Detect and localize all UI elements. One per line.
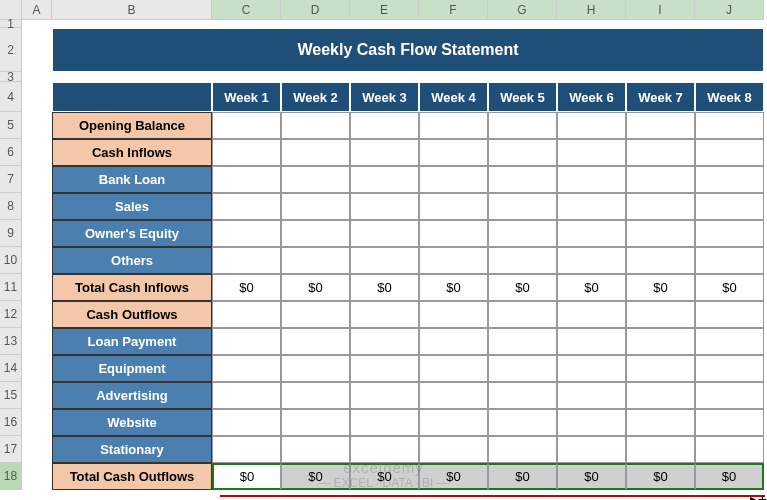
row-header-16[interactable]: 16	[0, 409, 22, 436]
row-header-8[interactable]: 8	[0, 193, 22, 220]
col-header-B[interactable]: B	[52, 0, 212, 20]
total-out-cell[interactable]: $0	[212, 463, 281, 490]
data-cell[interactable]	[626, 436, 695, 463]
total-in-cell[interactable]: $0	[695, 274, 764, 301]
data-cell[interactable]	[281, 409, 350, 436]
data-cell[interactable]	[695, 301, 764, 328]
total-in-cell[interactable]: $0	[419, 274, 488, 301]
data-cell[interactable]	[419, 247, 488, 274]
data-cell[interactable]	[350, 166, 419, 193]
col-header-E[interactable]: E	[350, 0, 419, 20]
row-header-3[interactable]: 3	[0, 72, 22, 82]
data-cell[interactable]	[350, 139, 419, 166]
data-cell[interactable]	[419, 436, 488, 463]
data-cell[interactable]	[281, 112, 350, 139]
data-cell[interactable]	[212, 301, 281, 328]
data-cell[interactable]	[488, 247, 557, 274]
data-cell[interactable]	[557, 301, 626, 328]
data-cell[interactable]	[281, 193, 350, 220]
col-header-D[interactable]: D	[281, 0, 350, 20]
data-cell[interactable]	[695, 247, 764, 274]
data-cell[interactable]	[488, 139, 557, 166]
total-in-cell[interactable]: $0	[557, 274, 626, 301]
data-cell[interactable]	[212, 247, 281, 274]
data-cell[interactable]	[212, 436, 281, 463]
row-header-9[interactable]: 9	[0, 220, 22, 247]
data-cell[interactable]	[557, 355, 626, 382]
data-cell[interactable]	[350, 247, 419, 274]
data-cell[interactable]	[212, 328, 281, 355]
row-header-2[interactable]: 2	[0, 28, 22, 72]
data-cell[interactable]	[419, 166, 488, 193]
data-cell[interactable]	[695, 409, 764, 436]
total-in-cell[interactable]: $0	[626, 274, 695, 301]
data-cell[interactable]	[488, 382, 557, 409]
data-cell[interactable]	[695, 382, 764, 409]
total-out-cell[interactable]: $0	[419, 463, 488, 490]
data-cell[interactable]	[557, 112, 626, 139]
data-cell[interactable]	[419, 112, 488, 139]
data-cell[interactable]	[419, 328, 488, 355]
row-header-17[interactable]: 17	[0, 436, 22, 463]
row-header-10[interactable]: 10	[0, 247, 22, 274]
row-header-11[interactable]: 11	[0, 274, 22, 301]
row-header-13[interactable]: 13	[0, 328, 22, 355]
data-cell[interactable]	[281, 166, 350, 193]
data-cell[interactable]	[281, 220, 350, 247]
total-in-cell[interactable]: $0	[212, 274, 281, 301]
row-header-15[interactable]: 15	[0, 382, 22, 409]
data-cell[interactable]	[626, 328, 695, 355]
col-header-I[interactable]: I	[626, 0, 695, 20]
data-cell[interactable]	[281, 328, 350, 355]
data-cell[interactable]	[281, 436, 350, 463]
data-cell[interactable]	[350, 193, 419, 220]
data-cell[interactable]	[212, 355, 281, 382]
data-cell[interactable]	[695, 220, 764, 247]
data-cell[interactable]	[695, 193, 764, 220]
col-header-G[interactable]: G	[488, 0, 557, 20]
data-cell[interactable]	[488, 220, 557, 247]
data-cell[interactable]	[557, 166, 626, 193]
total-out-cell[interactable]: $0	[281, 463, 350, 490]
data-cell[interactable]	[626, 220, 695, 247]
data-cell[interactable]	[281, 139, 350, 166]
data-cell[interactable]	[557, 247, 626, 274]
data-cell[interactable]	[350, 355, 419, 382]
fill-handle-cursor-icon[interactable]: ▸+	[750, 490, 767, 500]
data-cell[interactable]	[557, 193, 626, 220]
data-cell[interactable]	[557, 328, 626, 355]
data-cell[interactable]	[350, 436, 419, 463]
data-cell[interactable]	[626, 382, 695, 409]
data-cell[interactable]	[626, 409, 695, 436]
data-cell[interactable]	[419, 220, 488, 247]
data-cell[interactable]	[212, 382, 281, 409]
data-cell[interactable]	[488, 409, 557, 436]
data-cell[interactable]	[281, 247, 350, 274]
data-cell[interactable]	[212, 220, 281, 247]
row-header-6[interactable]: 6	[0, 139, 22, 166]
row-header-7[interactable]: 7	[0, 166, 22, 193]
data-cell[interactable]	[695, 139, 764, 166]
data-cell[interactable]	[626, 193, 695, 220]
data-cell[interactable]	[557, 409, 626, 436]
row-header-12[interactable]: 12	[0, 301, 22, 328]
total-out-cell[interactable]: $0	[350, 463, 419, 490]
data-cell[interactable]	[350, 409, 419, 436]
data-cell[interactable]	[419, 301, 488, 328]
data-cell[interactable]	[419, 409, 488, 436]
data-cell[interactable]	[488, 112, 557, 139]
total-out-cell[interactable]: $0	[626, 463, 695, 490]
col-header-A[interactable]: A	[22, 0, 52, 20]
data-cell[interactable]	[695, 166, 764, 193]
data-cell[interactable]	[281, 355, 350, 382]
data-cell[interactable]	[419, 382, 488, 409]
data-cell[interactable]	[557, 436, 626, 463]
data-cell[interactable]	[350, 112, 419, 139]
data-cell[interactable]	[695, 355, 764, 382]
data-cell[interactable]	[212, 139, 281, 166]
data-cell[interactable]	[488, 166, 557, 193]
total-out-cell[interactable]: $0	[557, 463, 626, 490]
row-header-4[interactable]: 4	[0, 82, 22, 112]
data-cell[interactable]	[419, 139, 488, 166]
col-header-H[interactable]: H	[557, 0, 626, 20]
